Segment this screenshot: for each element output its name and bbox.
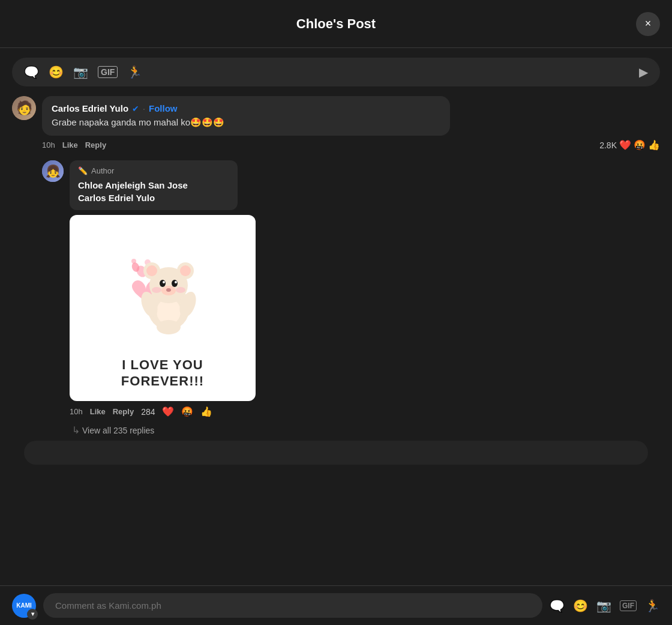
- sticker-text: I LOVE YOU FOREVER!!!: [121, 357, 204, 389]
- reply-like-button[interactable]: Like: [90, 407, 106, 416]
- bar-camera-icon[interactable]: 📷: [596, 599, 611, 613]
- activity-icon[interactable]: 🏃: [127, 65, 142, 79]
- next-comment-preview: [24, 441, 648, 465]
- reply-angry-reaction: 🤬: [181, 406, 193, 417]
- reaction-count-number: 2.8K: [599, 140, 617, 150]
- bar-gif-icon[interactable]: GIF: [620, 600, 637, 611]
- like-button[interactable]: Like: [62, 140, 78, 149]
- commenter-avatar: 🧑: [12, 96, 36, 120]
- svg-point-14: [175, 281, 177, 283]
- bar-smile-icon[interactable]: 😊: [573, 599, 588, 613]
- modal-title: Chloe's Post: [296, 16, 376, 32]
- emoji-smile-icon[interactable]: 😊: [49, 65, 64, 79]
- svg-point-8: [146, 265, 157, 276]
- svg-point-3: [131, 259, 136, 264]
- comment-bar-avatar: KAMI ▾: [12, 594, 36, 618]
- reply-time: 10h: [70, 407, 83, 416]
- comment-bar: KAMI ▾ 🗨️ 😊 📷 GIF 🏃: [0, 585, 672, 625]
- close-button[interactable]: ×: [636, 12, 660, 36]
- comment-text: Grabe napaka ganda mo mahal ko🤩🤩🤩: [52, 116, 440, 128]
- pencil-icon: ✏️: [78, 166, 88, 175]
- reply-actions: 10h Like Reply 284 ❤️ 🤬 👍: [70, 406, 660, 417]
- modal-header: Chloe's Post ×: [0, 0, 672, 48]
- curve-icon: ↳: [72, 424, 80, 436]
- svg-point-10: [180, 265, 191, 276]
- camera-icon[interactable]: 📷: [73, 65, 88, 79]
- author-tag-line: ✏️ Author: [78, 166, 229, 175]
- sticker-text-line1: I LOVE YOU: [122, 357, 203, 372]
- comment-bar-icons: 🗨️ 😊 📷 GIF 🏃: [550, 599, 660, 613]
- input-toolbar: 🗨️ 😊 📷 GIF 🏃 ▶: [12, 58, 660, 86]
- comment-bubble: Carlos Edriel Yulo ✔ · Follow Grabe napa…: [42, 96, 450, 136]
- reply-avatar: 👧: [42, 160, 64, 182]
- follow-button[interactable]: Follow: [149, 103, 178, 113]
- comment-input[interactable]: [43, 593, 542, 618]
- like-reaction: 👍: [648, 139, 660, 151]
- reply-reaction-count: 284: [141, 407, 155, 417]
- comment-actions: 10h Like Reply 2.8K ❤️ 🤬 👍: [42, 139, 660, 151]
- reply-item: 👧 ✏️ Author Chloe Anjeleigh San Jose Car…: [42, 160, 660, 417]
- svg-point-21: [157, 320, 181, 334]
- svg-point-13: [163, 281, 165, 283]
- svg-point-17: [152, 287, 161, 293]
- gif-icon[interactable]: GIF: [98, 66, 118, 78]
- reply-content: ✏️ Author Chloe Anjeleigh San Jose Carlo…: [70, 160, 660, 417]
- heart-reaction: ❤️: [619, 139, 631, 151]
- mention-name-2: Carlos Edriel Yulo: [78, 192, 229, 204]
- view-replies-label: View all 235 replies: [82, 426, 154, 435]
- view-replies-link[interactable]: ↳ View all 235 replies: [72, 424, 660, 436]
- modal-body: 🗨️ 😊 📷 GIF 🏃 ▶ 🧑 Carlos Edriel Yu: [0, 48, 672, 585]
- sticker-text-line2: FOREVER!!!: [121, 373, 204, 388]
- bar-activity-icon[interactable]: 🏃: [645, 599, 660, 613]
- replies-section: 👧 ✏️ Author Chloe Anjeleigh San Jose Car…: [42, 160, 660, 436]
- author-tag-bubble: ✏️ Author Chloe Anjeleigh San Jose Carlo…: [70, 160, 238, 210]
- verified-badge: ✔: [132, 104, 139, 113]
- author-line: Carlos Edriel Yulo ✔ · Follow: [52, 103, 440, 113]
- comment-content: Carlos Edriel Yulo ✔ · Follow Grabe napa…: [42, 96, 660, 151]
- bar-emoji-sticker-icon[interactable]: 🗨️: [550, 599, 565, 613]
- send-button[interactable]: ▶: [639, 65, 648, 79]
- reply-button[interactable]: Reply: [85, 140, 106, 149]
- reply-like-reaction: 👍: [200, 406, 212, 417]
- svg-point-18: [176, 287, 185, 293]
- svg-point-16: [166, 288, 171, 292]
- comments-section: 🧑 Carlos Edriel Yulo ✔ · Follow Grabe na…: [0, 96, 672, 465]
- svg-point-11: [160, 280, 166, 287]
- avatar-label: KAMI: [16, 602, 32, 609]
- bear-illustration: [109, 227, 217, 357]
- avatar-dropdown-badge[interactable]: ▾: [27, 609, 38, 620]
- svg-point-12: [172, 280, 178, 287]
- emoji-sticker-icon[interactable]: 🗨️: [24, 65, 39, 79]
- toolbar-icons: 🗨️ 😊 📷 GIF 🏃: [24, 65, 142, 79]
- angry-reaction: 🤬: [634, 139, 646, 151]
- main-comment: 🧑 Carlos Edriel Yulo ✔ · Follow Grabe na…: [12, 96, 660, 151]
- author-tag-label: Author: [91, 166, 114, 175]
- author-name: Carlos Edriel Yulo: [52, 103, 128, 113]
- comment-time: 10h: [42, 140, 55, 149]
- reply-heart-reaction: ❤️: [162, 406, 174, 417]
- modal-container: Chloe's Post × 🗨️ 😊 📷 GIF 🏃 ▶ 🧑: [0, 0, 672, 625]
- reply-reply-button[interactable]: Reply: [113, 407, 134, 416]
- reaction-count: 2.8K ❤️ 🤬 👍: [599, 139, 660, 151]
- sticker-image[interactable]: I LOVE YOU FOREVER!!!: [70, 215, 256, 401]
- sticker-content: I LOVE YOU FOREVER!!!: [70, 215, 256, 401]
- mention-name-1: Chloe Anjeleigh San Jose: [78, 179, 229, 192]
